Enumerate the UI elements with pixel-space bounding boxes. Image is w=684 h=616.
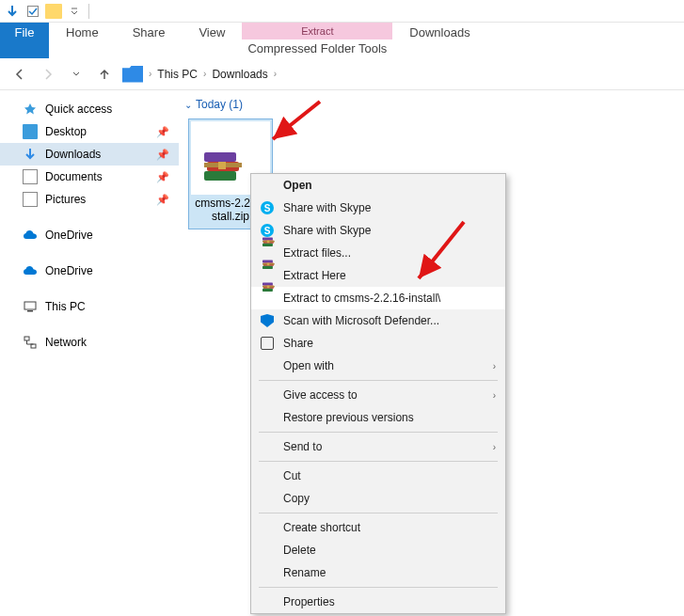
context-header-extract: Extract xyxy=(242,23,392,39)
quick-access-toolbar xyxy=(0,3,95,20)
ctx-extract-here[interactable]: Extract Here xyxy=(251,264,505,287)
tab-home[interactable]: Home xyxy=(49,23,116,58)
window-title: Downloads xyxy=(392,23,469,58)
sidebar-item-desktop[interactable]: Desktop 📌 xyxy=(0,120,179,143)
breadcrumb[interactable]: › This PC › Downloads › xyxy=(122,66,277,83)
ctx-copy[interactable]: Copy xyxy=(251,487,505,510)
sidebar-label: This PC xyxy=(45,300,86,313)
chevron-right-icon: › xyxy=(493,442,496,452)
chevron-right-icon[interactable]: › xyxy=(149,69,151,79)
onedrive-icon xyxy=(23,228,38,243)
downloads-icon xyxy=(23,147,38,162)
sidebar-label: Desktop xyxy=(45,125,87,138)
svg-rect-2 xyxy=(27,310,33,312)
group-header-today[interactable]: ⌄ Today (1) xyxy=(179,96,684,118)
ribbon-tabs: Home Share View xyxy=(49,23,242,58)
sidebar-label: Quick access xyxy=(45,103,112,116)
ctx-create-shortcut[interactable]: Create shortcut xyxy=(251,516,505,539)
recent-dropdown-icon[interactable] xyxy=(66,64,87,85)
svg-rect-4 xyxy=(31,344,36,348)
ctx-extract-files[interactable]: Extract files... xyxy=(251,242,505,264)
ribbon-contextual-group: Extract Compressed Folder Tools xyxy=(242,23,392,58)
skype-icon: S xyxy=(259,199,276,216)
sidebar-item-network[interactable]: Network xyxy=(0,331,179,354)
pin-icon[interactable]: 📌 xyxy=(156,194,169,206)
context-menu: Open SShare with Skype SShare with Skype… xyxy=(250,173,506,614)
checkbox-icon[interactable] xyxy=(24,3,41,20)
separator xyxy=(259,432,498,433)
ctx-send-to[interactable]: Send to› xyxy=(251,435,505,458)
qat-dropdown-icon[interactable] xyxy=(66,3,83,20)
sidebar-label: Downloads xyxy=(45,148,101,161)
location-folder-icon xyxy=(122,66,143,83)
sidebar-item-onedrive-2[interactable]: OneDrive xyxy=(0,260,179,282)
file-tab[interactable]: File xyxy=(0,23,49,58)
folder-icon[interactable] xyxy=(45,3,62,20)
sidebar-item-downloads[interactable]: Downloads 📌 xyxy=(0,143,179,166)
ctx-share[interactable]: Share xyxy=(251,332,505,355)
up-button[interactable] xyxy=(94,64,115,85)
sidebar-label: Documents xyxy=(45,170,103,183)
share-icon xyxy=(259,335,276,352)
pin-icon[interactable]: 📌 xyxy=(156,126,169,138)
breadcrumb-downloads[interactable]: Downloads xyxy=(212,68,267,81)
winrar-icon xyxy=(259,290,276,307)
tab-share[interactable]: Share xyxy=(116,23,183,58)
ctx-rename[interactable]: Rename xyxy=(251,561,505,584)
ctx-extract-to[interactable]: Extract to cmsms-2.2.16-install\ xyxy=(251,287,505,309)
ctx-restore-versions[interactable]: Restore previous versions xyxy=(251,406,505,429)
group-label: Today (1) xyxy=(196,98,243,111)
sidebar-item-quick-access[interactable]: Quick access xyxy=(0,98,179,120)
chevron-right-icon: › xyxy=(493,361,496,371)
sidebar-label: OneDrive xyxy=(45,264,93,277)
chevron-right-icon: › xyxy=(493,390,496,401)
separator xyxy=(259,380,498,381)
sidebar-label: OneDrive xyxy=(45,229,93,242)
defender-shield-icon xyxy=(259,312,276,329)
separator xyxy=(259,587,498,588)
pc-icon xyxy=(23,299,38,314)
star-icon xyxy=(23,102,38,117)
sidebar-item-onedrive[interactable]: OneDrive xyxy=(0,224,179,246)
ctx-delete[interactable]: Delete xyxy=(251,539,505,561)
ctx-share-skype[interactable]: SShare with Skype xyxy=(251,197,505,219)
ctx-cut[interactable]: Cut xyxy=(251,465,505,487)
documents-icon xyxy=(23,169,38,184)
desktop-icon xyxy=(23,124,38,139)
back-button[interactable] xyxy=(9,64,30,85)
title-bar xyxy=(0,0,684,23)
navigation-pane: Quick access Desktop 📌 Downloads 📌 Docum… xyxy=(0,90,179,616)
ctx-share-skype-2[interactable]: SShare with Skype xyxy=(251,219,505,242)
separator xyxy=(88,4,89,19)
pin-icon[interactable]: 📌 xyxy=(156,171,169,183)
chevron-right-icon[interactable]: › xyxy=(203,69,206,79)
chevron-right-icon[interactable]: › xyxy=(274,69,277,79)
forward-button[interactable] xyxy=(38,64,58,85)
sidebar-item-documents[interactable]: Documents 📌 xyxy=(0,166,179,188)
separator xyxy=(259,513,498,513)
sidebar-label: Pictures xyxy=(45,193,86,206)
ctx-properties[interactable]: Properties xyxy=(251,591,505,613)
svg-rect-1 xyxy=(24,302,36,309)
pin-icon[interactable]: 📌 xyxy=(156,149,169,161)
chevron-down-icon[interactable]: ⌄ xyxy=(184,100,192,110)
ctx-open[interactable]: Open xyxy=(251,174,505,197)
tab-compressed-tools[interactable]: Compressed Folder Tools xyxy=(242,39,392,55)
network-icon xyxy=(23,335,38,350)
address-bar: › This PC › Downloads › xyxy=(0,58,684,90)
ribbon: File Home Share View Extract Compressed … xyxy=(0,23,684,58)
ctx-scan-defender[interactable]: Scan with Microsoft Defender... xyxy=(251,309,505,332)
down-arrow-icon[interactable] xyxy=(4,3,21,20)
svg-rect-3 xyxy=(24,337,29,340)
ctx-give-access[interactable]: Give access to› xyxy=(251,384,505,406)
pictures-icon xyxy=(23,192,38,207)
sidebar-item-pictures[interactable]: Pictures 📌 xyxy=(0,188,179,211)
breadcrumb-this-pc[interactable]: This PC xyxy=(157,68,198,81)
separator xyxy=(259,461,498,462)
sidebar-item-this-pc[interactable]: This PC xyxy=(0,295,179,318)
tab-view[interactable]: View xyxy=(182,23,242,58)
onedrive-icon xyxy=(23,263,38,278)
sidebar-label: Network xyxy=(45,336,87,349)
ctx-open-with[interactable]: Open with› xyxy=(251,355,505,377)
